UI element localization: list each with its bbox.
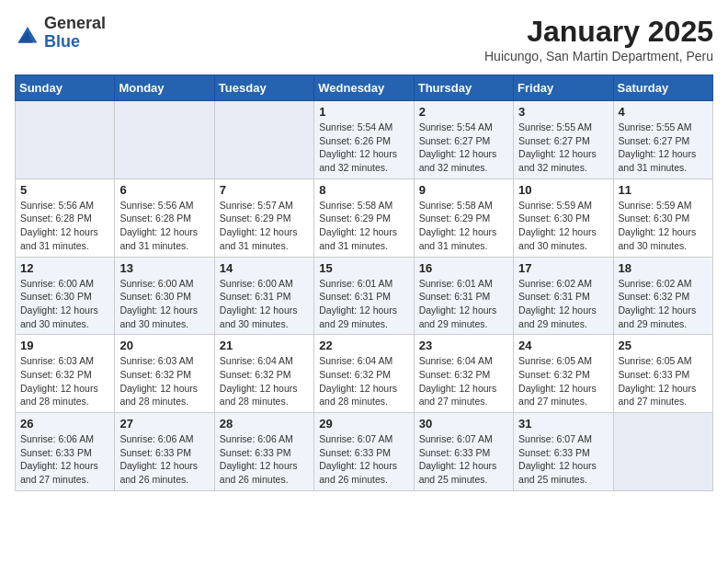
- calendar-cell: 25Sunrise: 6:05 AM Sunset: 6:33 PM Dayli…: [613, 335, 712, 413]
- day-info: Sunrise: 6:01 AM Sunset: 6:31 PM Dayligh…: [319, 277, 408, 331]
- calendar-cell: 15Sunrise: 6:01 AM Sunset: 6:31 PM Dayli…: [314, 257, 414, 335]
- day-info: Sunrise: 6:03 AM Sunset: 6:32 PM Dayligh…: [119, 354, 209, 408]
- day-number: 24: [518, 339, 608, 352]
- day-info: Sunrise: 6:07 AM Sunset: 6:33 PM Dayligh…: [319, 432, 408, 487]
- calendar-cell: 14Sunrise: 6:00 AM Sunset: 6:31 PM Dayli…: [214, 257, 313, 335]
- day-info: Sunrise: 5:54 AM Sunset: 6:26 PM Dayligh…: [319, 121, 408, 175]
- day-number: 6: [119, 183, 209, 197]
- calendar-cell: 7Sunrise: 5:57 AM Sunset: 6:29 PM Daylig…: [214, 178, 313, 257]
- week-row-4: 19Sunrise: 6:03 AM Sunset: 6:32 PM Dayli…: [16, 335, 713, 413]
- day-number: 25: [619, 339, 708, 352]
- weekday-header-saturday: Saturday: [613, 75, 712, 101]
- day-number: 18: [619, 261, 708, 275]
- day-number: 3: [518, 105, 608, 119]
- day-info: Sunrise: 5:59 AM Sunset: 6:30 PM Dayligh…: [619, 199, 708, 253]
- day-info: Sunrise: 6:02 AM Sunset: 6:32 PM Dayligh…: [619, 277, 708, 331]
- day-info: Sunrise: 5:54 AM Sunset: 6:27 PM Dayligh…: [419, 121, 508, 175]
- day-number: 21: [220, 339, 309, 352]
- day-number: 4: [619, 105, 708, 119]
- calendar-cell: 31Sunrise: 6:07 AM Sunset: 6:33 PM Dayli…: [514, 413, 613, 491]
- weekday-header-row: SundayMondayTuesdayWednesdayThursdayFrid…: [16, 75, 713, 101]
- day-number: 29: [319, 417, 408, 431]
- day-number: 14: [220, 261, 309, 275]
- day-info: Sunrise: 6:05 AM Sunset: 6:33 PM Dayligh…: [619, 354, 708, 408]
- calendar-cell: 8Sunrise: 5:58 AM Sunset: 6:29 PM Daylig…: [314, 178, 414, 257]
- calendar-cell: 30Sunrise: 6:07 AM Sunset: 6:33 PM Dayli…: [414, 413, 513, 491]
- calendar-table: SundayMondayTuesdayWednesdayThursdayFrid…: [15, 75, 713, 491]
- day-info: Sunrise: 6:06 AM Sunset: 6:33 PM Dayligh…: [220, 432, 309, 487]
- week-row-1: 1Sunrise: 5:54 AM Sunset: 6:26 PM Daylig…: [16, 101, 713, 179]
- weekday-header-sunday: Sunday: [16, 75, 115, 101]
- weekday-header-friday: Friday: [514, 75, 613, 101]
- day-number: 17: [518, 261, 608, 275]
- day-number: 31: [518, 417, 608, 431]
- day-number: 8: [319, 183, 408, 197]
- day-info: Sunrise: 5:55 AM Sunset: 6:27 PM Dayligh…: [619, 121, 708, 175]
- day-number: 9: [419, 183, 508, 197]
- day-info: Sunrise: 6:03 AM Sunset: 6:32 PM Dayligh…: [20, 354, 109, 408]
- calendar-cell: [16, 101, 115, 179]
- day-info: Sunrise: 6:07 AM Sunset: 6:33 PM Dayligh…: [419, 432, 508, 487]
- day-info: Sunrise: 5:57 AM Sunset: 6:29 PM Dayligh…: [220, 199, 309, 253]
- logo-general: General: [44, 14, 106, 32]
- calendar-cell: 11Sunrise: 5:59 AM Sunset: 6:30 PM Dayli…: [613, 178, 712, 257]
- day-info: Sunrise: 5:59 AM Sunset: 6:30 PM Dayligh…: [518, 199, 608, 253]
- week-row-5: 26Sunrise: 6:06 AM Sunset: 6:33 PM Dayli…: [16, 413, 713, 491]
- day-number: 1: [319, 105, 408, 119]
- day-info: Sunrise: 6:07 AM Sunset: 6:33 PM Dayligh…: [518, 432, 608, 487]
- calendar-cell: 9Sunrise: 5:58 AM Sunset: 6:29 PM Daylig…: [414, 178, 513, 257]
- day-number: 7: [220, 183, 309, 197]
- day-info: Sunrise: 5:58 AM Sunset: 6:29 PM Dayligh…: [319, 199, 408, 253]
- day-info: Sunrise: 6:06 AM Sunset: 6:33 PM Dayligh…: [20, 432, 109, 487]
- day-info: Sunrise: 6:02 AM Sunset: 6:31 PM Dayligh…: [518, 277, 608, 331]
- day-info: Sunrise: 6:00 AM Sunset: 6:30 PM Dayligh…: [20, 277, 109, 331]
- day-number: 22: [319, 339, 408, 352]
- day-info: Sunrise: 6:01 AM Sunset: 6:31 PM Dayligh…: [419, 277, 508, 331]
- week-row-3: 12Sunrise: 6:00 AM Sunset: 6:30 PM Dayli…: [16, 257, 713, 335]
- day-number: 15: [319, 261, 408, 275]
- month-title: January 2025: [484, 15, 713, 49]
- calendar-cell: 21Sunrise: 6:04 AM Sunset: 6:32 PM Dayli…: [214, 335, 313, 413]
- day-number: 27: [119, 417, 209, 431]
- weekday-header-monday: Monday: [115, 75, 214, 101]
- day-number: 26: [20, 417, 109, 431]
- calendar-cell: 22Sunrise: 6:04 AM Sunset: 6:32 PM Dayli…: [314, 335, 414, 413]
- day-number: 30: [419, 417, 508, 431]
- weekday-header-tuesday: Tuesday: [214, 75, 313, 101]
- day-info: Sunrise: 5:56 AM Sunset: 6:28 PM Dayligh…: [119, 199, 209, 253]
- day-number: 2: [419, 105, 508, 119]
- week-row-2: 5Sunrise: 5:56 AM Sunset: 6:28 PM Daylig…: [16, 178, 713, 257]
- logo-icon: [15, 20, 40, 46]
- day-number: 23: [419, 339, 508, 352]
- day-info: Sunrise: 6:04 AM Sunset: 6:32 PM Dayligh…: [319, 354, 408, 408]
- day-number: 28: [220, 417, 309, 431]
- calendar-cell: 1Sunrise: 5:54 AM Sunset: 6:26 PM Daylig…: [314, 101, 414, 179]
- day-info: Sunrise: 5:55 AM Sunset: 6:27 PM Dayligh…: [518, 121, 608, 175]
- calendar-cell: 19Sunrise: 6:03 AM Sunset: 6:32 PM Dayli…: [16, 335, 115, 413]
- day-info: Sunrise: 6:05 AM Sunset: 6:32 PM Dayligh…: [518, 354, 608, 408]
- day-info: Sunrise: 6:00 AM Sunset: 6:30 PM Dayligh…: [119, 277, 209, 331]
- weekday-header-thursday: Thursday: [414, 75, 513, 101]
- day-info: Sunrise: 6:06 AM Sunset: 6:33 PM Dayligh…: [119, 432, 209, 487]
- calendar-cell: 27Sunrise: 6:06 AM Sunset: 6:33 PM Dayli…: [115, 413, 214, 491]
- weekday-header-wednesday: Wednesday: [314, 75, 414, 101]
- calendar-cell: [613, 413, 712, 491]
- calendar-cell: 13Sunrise: 6:00 AM Sunset: 6:30 PM Dayli…: [115, 257, 214, 335]
- title-block: January 2025 Huicungo, San Martin Depart…: [484, 15, 713, 63]
- calendar-cell: 29Sunrise: 6:07 AM Sunset: 6:33 PM Dayli…: [314, 413, 414, 491]
- logo-blue: Blue: [44, 32, 80, 51]
- calendar-cell: 16Sunrise: 6:01 AM Sunset: 6:31 PM Dayli…: [414, 257, 513, 335]
- calendar-cell: 12Sunrise: 6:00 AM Sunset: 6:30 PM Dayli…: [16, 257, 115, 335]
- day-info: Sunrise: 5:58 AM Sunset: 6:29 PM Dayligh…: [419, 199, 508, 253]
- day-info: Sunrise: 6:04 AM Sunset: 6:32 PM Dayligh…: [220, 354, 309, 408]
- day-number: 10: [518, 183, 608, 197]
- day-number: 19: [20, 339, 109, 352]
- calendar-cell: 2Sunrise: 5:54 AM Sunset: 6:27 PM Daylig…: [414, 101, 513, 179]
- day-number: 13: [119, 261, 209, 275]
- calendar-cell: 6Sunrise: 5:56 AM Sunset: 6:28 PM Daylig…: [115, 178, 214, 257]
- day-info: Sunrise: 5:56 AM Sunset: 6:28 PM Dayligh…: [20, 199, 109, 253]
- calendar-cell: 24Sunrise: 6:05 AM Sunset: 6:32 PM Dayli…: [514, 335, 613, 413]
- day-number: 16: [419, 261, 508, 275]
- page-header: General Blue January 2025 Huicungo, San …: [15, 15, 713, 63]
- calendar-cell: 3Sunrise: 5:55 AM Sunset: 6:27 PM Daylig…: [514, 101, 613, 179]
